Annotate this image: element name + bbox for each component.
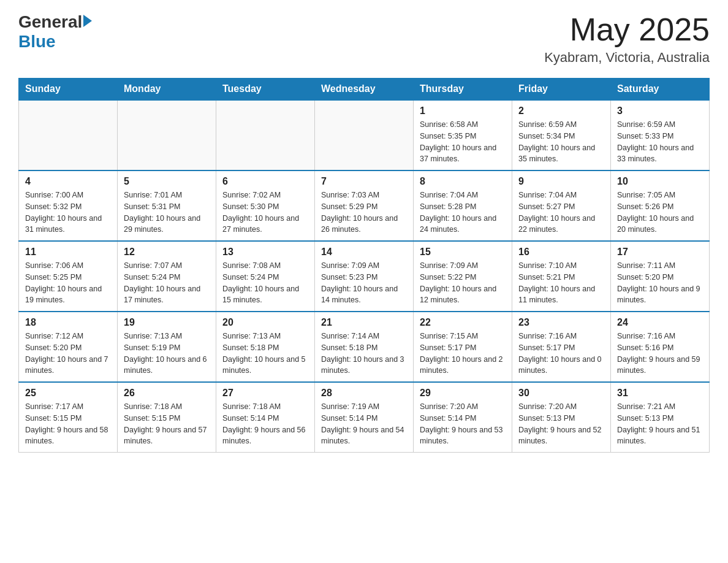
calendar-cell: 12Sunrise: 7:07 AM Sunset: 5:24 PM Dayli… xyxy=(118,241,216,312)
day-info: Sunrise: 7:20 AM Sunset: 5:14 PM Dayligh… xyxy=(420,401,506,447)
day-number: 7 xyxy=(321,176,407,187)
day-number: 1 xyxy=(420,105,506,117)
page-header: General Blue May 2025 Kyabram, Victoria,… xyxy=(18,12,710,66)
day-number: 29 xyxy=(420,388,506,399)
calendar-table: SundayMondayTuesdayWednesdayThursdayFrid… xyxy=(18,78,710,453)
calendar-cell xyxy=(216,100,315,170)
calendar-cell: 9Sunrise: 7:04 AM Sunset: 5:27 PM Daylig… xyxy=(512,170,611,241)
day-number: 31 xyxy=(617,388,703,399)
calendar-cell: 19Sunrise: 7:13 AM Sunset: 5:19 PM Dayli… xyxy=(118,312,216,382)
day-info: Sunrise: 7:18 AM Sunset: 5:14 PM Dayligh… xyxy=(222,401,308,447)
day-info: Sunrise: 7:06 AM Sunset: 5:25 PM Dayligh… xyxy=(25,260,111,306)
day-number: 16 xyxy=(518,247,604,258)
day-number: 19 xyxy=(124,317,210,328)
day-number: 15 xyxy=(420,247,506,258)
calendar-cell: 20Sunrise: 7:13 AM Sunset: 5:18 PM Dayli… xyxy=(216,312,315,382)
day-number: 8 xyxy=(420,176,506,187)
day-number: 9 xyxy=(518,176,604,187)
day-info: Sunrise: 7:00 AM Sunset: 5:32 PM Dayligh… xyxy=(25,190,111,236)
calendar-cell: 25Sunrise: 7:17 AM Sunset: 5:15 PM Dayli… xyxy=(19,382,118,453)
calendar-cell: 22Sunrise: 7:15 AM Sunset: 5:17 PM Dayli… xyxy=(414,312,512,382)
week-row-4: 18Sunrise: 7:12 AM Sunset: 5:20 PM Dayli… xyxy=(19,312,710,382)
calendar-cell: 27Sunrise: 7:18 AM Sunset: 5:14 PM Dayli… xyxy=(216,382,315,453)
calendar-header-row: SundayMondayTuesdayWednesdayThursdayFrid… xyxy=(19,79,710,101)
day-info: Sunrise: 7:16 AM Sunset: 5:16 PM Dayligh… xyxy=(617,331,703,377)
day-info: Sunrise: 7:09 AM Sunset: 5:22 PM Dayligh… xyxy=(420,260,506,306)
week-row-1: 1Sunrise: 6:58 AM Sunset: 5:35 PM Daylig… xyxy=(19,100,710,170)
column-header-friday: Friday xyxy=(512,79,611,101)
day-number: 2 xyxy=(518,105,604,117)
day-info: Sunrise: 7:05 AM Sunset: 5:26 PM Dayligh… xyxy=(617,190,703,236)
day-number: 4 xyxy=(25,176,111,187)
calendar-cell xyxy=(19,100,118,170)
calendar-cell: 30Sunrise: 7:20 AM Sunset: 5:13 PM Dayli… xyxy=(512,382,611,453)
calendar-cell: 29Sunrise: 7:20 AM Sunset: 5:14 PM Dayli… xyxy=(414,382,512,453)
day-info: Sunrise: 7:04 AM Sunset: 5:27 PM Dayligh… xyxy=(518,190,604,236)
day-number: 11 xyxy=(25,247,111,258)
day-number: 14 xyxy=(321,247,407,258)
calendar-cell: 14Sunrise: 7:09 AM Sunset: 5:23 PM Dayli… xyxy=(315,241,414,312)
column-header-saturday: Saturday xyxy=(611,79,710,101)
day-number: 20 xyxy=(222,317,308,328)
day-info: Sunrise: 7:08 AM Sunset: 5:24 PM Dayligh… xyxy=(222,260,308,306)
calendar-cell: 1Sunrise: 6:58 AM Sunset: 5:35 PM Daylig… xyxy=(414,100,512,170)
day-number: 22 xyxy=(420,317,506,328)
calendar-cell: 23Sunrise: 7:16 AM Sunset: 5:17 PM Dayli… xyxy=(512,312,611,382)
day-number: 28 xyxy=(321,388,407,399)
day-info: Sunrise: 7:13 AM Sunset: 5:19 PM Dayligh… xyxy=(124,331,210,377)
column-header-monday: Monday xyxy=(118,79,216,101)
calendar-cell: 26Sunrise: 7:18 AM Sunset: 5:15 PM Dayli… xyxy=(118,382,216,453)
calendar-cell: 24Sunrise: 7:16 AM Sunset: 5:16 PM Dayli… xyxy=(611,312,710,382)
day-info: Sunrise: 6:58 AM Sunset: 5:35 PM Dayligh… xyxy=(420,119,506,165)
calendar-cell: 3Sunrise: 6:59 AM Sunset: 5:33 PM Daylig… xyxy=(611,100,710,170)
calendar-cell: 7Sunrise: 7:03 AM Sunset: 5:29 PM Daylig… xyxy=(315,170,414,241)
week-row-2: 4Sunrise: 7:00 AM Sunset: 5:32 PM Daylig… xyxy=(19,170,710,241)
day-number: 21 xyxy=(321,317,407,328)
day-info: Sunrise: 7:04 AM Sunset: 5:28 PM Dayligh… xyxy=(420,190,506,236)
day-number: 30 xyxy=(518,388,604,399)
title-block: May 2025 Kyabram, Victoria, Australia xyxy=(544,12,710,66)
week-row-3: 11Sunrise: 7:06 AM Sunset: 5:25 PM Dayli… xyxy=(19,241,710,312)
calendar-cell xyxy=(118,100,216,170)
calendar-cell: 16Sunrise: 7:10 AM Sunset: 5:21 PM Dayli… xyxy=(512,241,611,312)
day-info: Sunrise: 7:12 AM Sunset: 5:20 PM Dayligh… xyxy=(25,331,111,377)
day-number: 5 xyxy=(124,176,210,187)
day-number: 17 xyxy=(617,247,703,258)
week-row-5: 25Sunrise: 7:17 AM Sunset: 5:15 PM Dayli… xyxy=(19,382,710,453)
calendar-cell: 15Sunrise: 7:09 AM Sunset: 5:22 PM Dayli… xyxy=(414,241,512,312)
day-number: 12 xyxy=(124,247,210,258)
day-info: Sunrise: 7:03 AM Sunset: 5:29 PM Dayligh… xyxy=(321,190,407,236)
calendar-cell xyxy=(315,100,414,170)
column-header-wednesday: Wednesday xyxy=(315,79,414,101)
logo-blue-text: Blue xyxy=(18,32,56,52)
day-number: 27 xyxy=(222,388,308,399)
calendar-cell: 5Sunrise: 7:01 AM Sunset: 5:31 PM Daylig… xyxy=(118,170,216,241)
day-number: 26 xyxy=(124,388,210,399)
day-info: Sunrise: 7:21 AM Sunset: 5:13 PM Dayligh… xyxy=(617,401,703,447)
column-header-sunday: Sunday xyxy=(19,79,118,101)
day-info: Sunrise: 7:07 AM Sunset: 5:24 PM Dayligh… xyxy=(124,260,210,306)
calendar-cell: 11Sunrise: 7:06 AM Sunset: 5:25 PM Dayli… xyxy=(19,241,118,312)
calendar-cell: 6Sunrise: 7:02 AM Sunset: 5:30 PM Daylig… xyxy=(216,170,315,241)
day-info: Sunrise: 7:02 AM Sunset: 5:30 PM Dayligh… xyxy=(222,190,308,236)
day-info: Sunrise: 7:19 AM Sunset: 5:14 PM Dayligh… xyxy=(321,401,407,447)
day-number: 23 xyxy=(518,317,604,328)
day-info: Sunrise: 6:59 AM Sunset: 5:34 PM Dayligh… xyxy=(518,119,604,165)
calendar-cell: 13Sunrise: 7:08 AM Sunset: 5:24 PM Dayli… xyxy=(216,241,315,312)
day-info: Sunrise: 7:18 AM Sunset: 5:15 PM Dayligh… xyxy=(124,401,210,447)
calendar-cell: 31Sunrise: 7:21 AM Sunset: 5:13 PM Dayli… xyxy=(611,382,710,453)
day-info: Sunrise: 6:59 AM Sunset: 5:33 PM Dayligh… xyxy=(617,119,703,165)
calendar-cell: 2Sunrise: 6:59 AM Sunset: 5:34 PM Daylig… xyxy=(512,100,611,170)
day-info: Sunrise: 7:15 AM Sunset: 5:17 PM Dayligh… xyxy=(420,331,506,377)
day-info: Sunrise: 7:16 AM Sunset: 5:17 PM Dayligh… xyxy=(518,331,604,377)
day-info: Sunrise: 7:09 AM Sunset: 5:23 PM Dayligh… xyxy=(321,260,407,306)
day-info: Sunrise: 7:20 AM Sunset: 5:13 PM Dayligh… xyxy=(518,401,604,447)
day-number: 13 xyxy=(222,247,308,258)
calendar-cell: 4Sunrise: 7:00 AM Sunset: 5:32 PM Daylig… xyxy=(19,170,118,241)
day-info: Sunrise: 7:10 AM Sunset: 5:21 PM Dayligh… xyxy=(518,260,604,306)
day-number: 18 xyxy=(25,317,111,328)
month-year-title: May 2025 xyxy=(544,12,710,47)
day-info: Sunrise: 7:11 AM Sunset: 5:20 PM Dayligh… xyxy=(617,260,703,306)
day-info: Sunrise: 7:13 AM Sunset: 5:18 PM Dayligh… xyxy=(222,331,308,377)
logo: General Blue xyxy=(18,12,92,52)
